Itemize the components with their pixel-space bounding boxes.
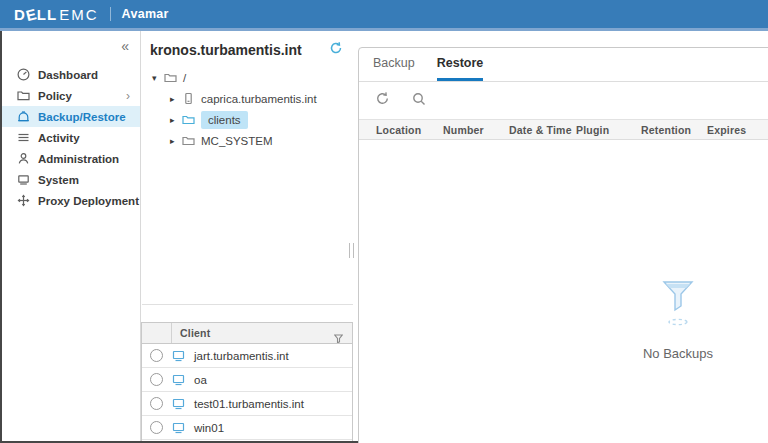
- sidebar-item-label: Backup/Restore: [38, 111, 126, 123]
- refresh-icon[interactable]: [329, 41, 343, 59]
- sidebar-item-dashboard[interactable]: Dashboard: [0, 64, 140, 85]
- client-name: test01.turbamentis.int: [194, 398, 304, 410]
- tree-node-label: MC_SYSTEM: [201, 135, 273, 147]
- sidebar: « Dashboard Policy › Backup/Restore Acti: [0, 31, 141, 443]
- sidebar-item-label: System: [38, 174, 79, 186]
- radio-button[interactable]: [150, 397, 163, 410]
- person-icon: [17, 152, 30, 165]
- sidebar-item-activity[interactable]: Activity: [0, 127, 140, 148]
- server-title: kronos.turbamentis.int: [150, 42, 302, 58]
- window-left-edge: [0, 31, 2, 443]
- sidebar-item-label: Proxy Deployment: [38, 195, 139, 207]
- folder-icon: [182, 134, 196, 147]
- chevron-right-icon: ›: [126, 89, 130, 103]
- sidebar-item-label: Activity: [38, 132, 80, 144]
- sidebar-item-system[interactable]: System: [0, 169, 140, 190]
- tab-backup[interactable]: Backup: [373, 56, 415, 81]
- client-column-header: Client: [172, 327, 210, 339]
- tree-node-label: caprica.turbamentis.int: [201, 93, 317, 105]
- tree-node-caprica[interactable]: ▸ caprica.turbamentis.int: [142, 88, 353, 109]
- proxy-deployment-icon: [17, 194, 30, 207]
- dashboard-icon: [17, 68, 30, 81]
- radio-button[interactable]: [150, 349, 163, 362]
- search-icon[interactable]: [412, 92, 426, 110]
- sidebar-item-label: Administration: [38, 153, 119, 165]
- funnel-icon: [359, 276, 768, 332]
- column-expires[interactable]: Expires: [707, 124, 768, 136]
- caret-right-icon[interactable]: ▸: [170, 115, 182, 125]
- domain-tree: ▾ / ▸ caprica.turbamentis.int ▸ clients …: [142, 67, 353, 151]
- tree-node-label-selected: clients: [201, 111, 248, 129]
- app-header: DELL EMC Avamar: [0, 0, 768, 28]
- client-table: Client jart.turbamentis.int oa test01.tu…: [141, 322, 353, 443]
- radio-button[interactable]: [150, 421, 163, 434]
- header-divider: [110, 7, 111, 21]
- server-icon: [182, 92, 196, 105]
- detail-toolbar: [359, 82, 768, 119]
- sidebar-collapse-icon[interactable]: «: [121, 38, 129, 54]
- filter-icon[interactable]: [334, 329, 343, 347]
- dellemc-logo: DELL EMC: [14, 6, 99, 23]
- radio-column-header: [142, 323, 172, 343]
- tree-node-clients[interactable]: ▸ clients: [142, 109, 353, 130]
- computer-icon: [172, 398, 186, 410]
- client-row-oa[interactable]: oa: [142, 368, 352, 392]
- tab-restore[interactable]: Restore: [437, 56, 484, 81]
- folder-icon: [182, 113, 196, 126]
- column-retention[interactable]: Retention: [641, 124, 707, 136]
- header-strip: [0, 28, 768, 31]
- folder-icon: [17, 89, 30, 102]
- backup-table-header: Location Number Date & Time Plugin Reten…: [359, 119, 768, 140]
- sidebar-item-proxy-deployment[interactable]: Proxy Deployment: [0, 190, 140, 211]
- folder-icon: [164, 71, 178, 84]
- client-row-jart[interactable]: jart.turbamentis.int: [142, 344, 352, 368]
- caret-right-icon[interactable]: ▸: [170, 94, 182, 104]
- sidebar-item-policy[interactable]: Policy ›: [0, 85, 140, 106]
- tree-node-root[interactable]: ▾ /: [142, 67, 353, 88]
- backup-restore-detail-panel: Backup Restore Location Number Date & Ti…: [358, 47, 768, 443]
- activity-icon: [17, 131, 30, 144]
- sidebar-item-administration[interactable]: Administration: [0, 148, 140, 169]
- panel-resize-handle[interactable]: [349, 243, 354, 258]
- backup-restore-icon: [17, 110, 30, 123]
- caret-down-icon[interactable]: ▾: [152, 73, 164, 83]
- client-name: oa: [194, 374, 207, 386]
- logo-dell: DELL: [14, 6, 57, 23]
- computer-icon: [172, 422, 186, 434]
- column-location[interactable]: Location: [376, 124, 443, 136]
- column-date-time[interactable]: Date & Time: [509, 124, 576, 136]
- logo-emc: EMC: [59, 6, 98, 23]
- empty-state-text: No Backups: [359, 346, 768, 361]
- app-title: Avamar: [122, 7, 169, 21]
- computer-icon: [172, 350, 186, 362]
- detail-tabs: Backup Restore: [359, 48, 768, 82]
- client-table-header: Client: [142, 323, 352, 344]
- caret-right-icon[interactable]: ▸: [170, 136, 182, 146]
- column-number[interactable]: Number: [443, 124, 509, 136]
- domain-tree-panel: kronos.turbamentis.int ▾ / ▸ caprica.tur…: [142, 31, 353, 305]
- client-row-test01[interactable]: test01.turbamentis.int: [142, 392, 352, 416]
- client-row-win01[interactable]: win01: [142, 416, 352, 440]
- system-icon: [17, 173, 30, 186]
- empty-state: No Backups: [359, 276, 768, 361]
- radio-button[interactable]: [150, 373, 163, 386]
- client-name: jart.turbamentis.int: [194, 350, 289, 362]
- refresh-icon[interactable]: [375, 91, 390, 110]
- tree-node-label: /: [183, 72, 186, 84]
- sidebar-nav: Dashboard Policy › Backup/Restore Activi…: [0, 64, 140, 211]
- column-plugin[interactable]: Plugin: [576, 124, 641, 136]
- computer-icon: [172, 374, 186, 386]
- sidebar-item-label: Policy: [38, 90, 72, 102]
- sidebar-item-label: Dashboard: [38, 69, 98, 81]
- sidebar-item-backup-restore[interactable]: Backup/Restore: [0, 106, 140, 127]
- client-name: win01: [194, 422, 224, 434]
- tree-node-mc-system[interactable]: ▸ MC_SYSTEM: [142, 130, 353, 151]
